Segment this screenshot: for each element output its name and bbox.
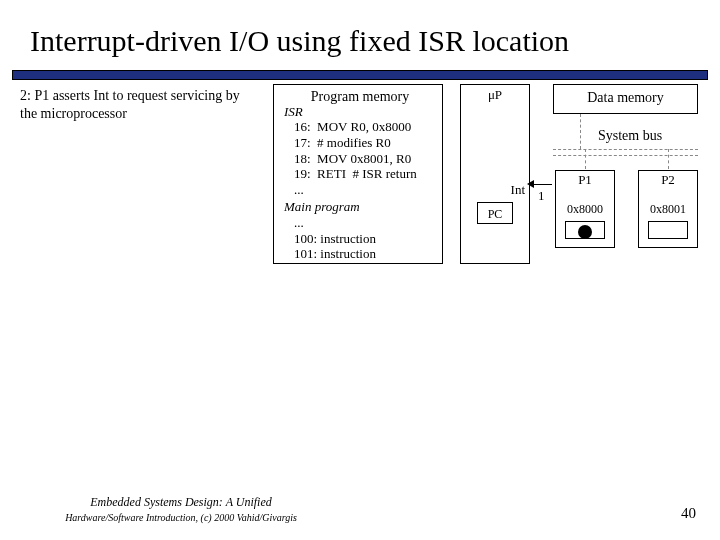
p1-register	[565, 221, 605, 239]
main-dots: ...	[284, 215, 436, 231]
step-text-span: 2: P1 asserts Int to request servicing b…	[20, 88, 240, 121]
p1-address: 0x8000	[556, 202, 614, 217]
p2-register	[648, 221, 688, 239]
main-line-101: 101: instruction	[284, 246, 436, 262]
cpu-box: μP Int PC	[460, 84, 530, 264]
bus-line-2	[553, 155, 698, 156]
isr-dots: ...	[284, 182, 436, 198]
bus-drop-dm	[580, 114, 581, 149]
isr-line-16: 16: MOV R0, 0x8000	[284, 119, 436, 135]
cpu-int-label: Int	[511, 182, 525, 198]
slide-container: Interrupt-driven I/O using fixed ISR loc…	[0, 0, 720, 540]
system-bus-label: System bus	[598, 128, 662, 144]
page-number: 40	[681, 505, 696, 522]
cpu-label: μP	[461, 85, 529, 103]
footer-line1: Embedded Systems Design: A Unified	[90, 495, 272, 509]
program-counter-box: PC	[477, 202, 513, 224]
step-description: 2: P1 asserts Int to request servicing b…	[20, 87, 245, 122]
slide-content: 2: P1 asserts Int to request servicing b…	[0, 80, 720, 94]
int-value: 1	[538, 188, 545, 204]
int-arrow-icon	[527, 180, 534, 188]
main-line-100: 100: instruction	[284, 231, 436, 247]
isr-label: ISR	[284, 104, 436, 120]
title-underline	[12, 70, 708, 80]
p1-label: P1	[556, 171, 614, 188]
bus-drop-p2	[668, 149, 669, 169]
footer-line2: Hardware/Software Introduction, (c) 2000…	[65, 512, 297, 523]
program-memory-box: Program memory ISR 16: MOV R0, 0x8000 17…	[273, 84, 443, 264]
isr-line-18: 18: MOV 0x8001, R0	[284, 151, 436, 167]
data-memory-box: Data memory	[553, 84, 698, 114]
p1-data-dot-icon	[578, 225, 592, 239]
p2-label: P2	[639, 171, 697, 188]
peripheral-p1-box: P1 0x8000	[555, 170, 615, 248]
bus-drop-p1	[585, 149, 586, 169]
footer-citation: Embedded Systems Design: A Unified Hardw…	[16, 495, 346, 524]
peripheral-p2-box: P2 0x8001	[638, 170, 698, 248]
slide-title: Interrupt-driven I/O using fixed ISR loc…	[0, 0, 720, 70]
isr-line-19: 19: RETI # ISR return	[284, 166, 436, 182]
bus-line-1	[553, 149, 698, 150]
p2-address: 0x8001	[639, 202, 697, 217]
main-program-label: Main program	[284, 199, 436, 215]
isr-line-17: 17: # modifies R0	[284, 135, 436, 151]
